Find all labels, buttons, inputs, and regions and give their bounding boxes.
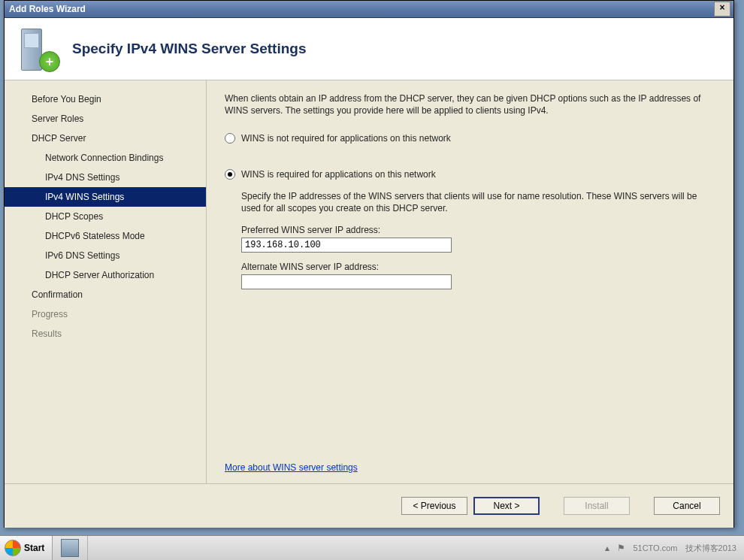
radio-option-required[interactable]: WINS is required for applications on thi…	[225, 169, 715, 186]
sidebar-item-confirmation[interactable]: Confirmation	[5, 285, 206, 304]
intro-text: When clients obtain an IP address from t…	[225, 92, 715, 117]
sidebar-item-network-bindings[interactable]: Network Connection Bindings	[5, 148, 206, 168]
close-icon: ×	[719, 2, 724, 13]
radio-icon	[225, 133, 235, 144]
radio-label: WINS is required for applications on thi…	[241, 169, 436, 180]
page-title: Specify IPv4 WINS Server Settings	[72, 41, 307, 57]
wizard-sidebar: Before You Begin Server Roles DHCP Serve…	[5, 80, 207, 483]
previous-button[interactable]: < Previous	[401, 497, 467, 515]
wizard-content: When clients obtain an IP address from t…	[207, 80, 733, 483]
watermark-sub: 技术博客2013	[685, 543, 736, 554]
sidebar-item-progress: Progress	[5, 304, 206, 324]
sidebar-item-dhcp-scopes[interactable]: DHCP Scopes	[5, 207, 206, 226]
windows-orb-icon	[5, 540, 21, 556]
tray-flag-icon[interactable]: ⚑	[617, 543, 625, 553]
alternate-wins-field: Alternate WINS server IP address:	[241, 262, 715, 289]
sidebar-item-dhcp-auth[interactable]: DHCP Server Authorization	[5, 265, 206, 285]
server-manager-icon	[61, 539, 79, 557]
start-label: Start	[24, 543, 44, 553]
preferred-wins-label: Preferred WINS server IP address:	[241, 225, 715, 235]
window-title: Add Roles Wizard	[9, 4, 714, 14]
close-button[interactable]: ×	[714, 2, 730, 17]
sidebar-item-ipv4-wins[interactable]: IPv4 WINS Settings	[5, 187, 206, 207]
wizard-footer: < Previous Next > Install Cancel	[5, 483, 733, 528]
alternate-wins-input[interactable]	[241, 274, 452, 289]
titlebar: Add Roles Wizard ×	[5, 1, 733, 18]
taskbar-item-server-manager[interactable]	[53, 536, 88, 560]
radio-required-description: Specify the IP addresses of the WINS ser…	[241, 190, 715, 214]
start-button[interactable]: Start	[0, 536, 53, 560]
watermark-site: 51CTO.com	[633, 543, 677, 552]
install-button: Install	[564, 497, 630, 515]
sidebar-item-dhcpv6-stateless[interactable]: DHCPv6 Stateless Mode	[5, 226, 206, 246]
more-about-wins-link[interactable]: More about WINS server settings	[225, 462, 715, 473]
cancel-button[interactable]: Cancel	[654, 497, 720, 515]
preferred-wins-field: Preferred WINS server IP address:	[241, 225, 715, 253]
sidebar-item-ipv6-dns[interactable]: IPv6 DNS Settings	[5, 246, 206, 265]
radio-option-not-required[interactable]: WINS is not required for applications on…	[225, 133, 715, 150]
sidebar-item-before-you-begin[interactable]: Before You Begin	[5, 89, 206, 109]
radio-label: WINS is not required for applications on…	[241, 133, 451, 144]
header-banner: + Specify IPv4 WINS Server Settings	[5, 18, 733, 80]
tray-up-icon[interactable]: ▴	[605, 543, 609, 553]
sidebar-item-results: Results	[5, 324, 206, 344]
wizard-body: Before You Begin Server Roles DHCP Serve…	[5, 80, 733, 483]
sidebar-item-ipv4-dns[interactable]: IPv4 DNS Settings	[5, 168, 206, 187]
add-roles-wizard-window: Add Roles Wizard × + Specify IPv4 WINS S…	[4, 0, 734, 528]
alternate-wins-label: Alternate WINS server IP address:	[241, 262, 715, 272]
preferred-wins-input[interactable]	[241, 238, 452, 253]
server-plus-icon: +	[18, 27, 59, 71]
system-tray: ▴ ⚑ 51CTO.com 技术博客2013	[597, 536, 744, 560]
sidebar-item-dhcp-server[interactable]: DHCP Server	[5, 129, 206, 148]
sidebar-item-server-roles[interactable]: Server Roles	[5, 109, 206, 129]
next-button[interactable]: Next >	[473, 497, 540, 515]
radio-icon	[225, 169, 235, 180]
taskbar: Start ▴ ⚑ 51CTO.com 技术博客2013	[0, 535, 744, 560]
